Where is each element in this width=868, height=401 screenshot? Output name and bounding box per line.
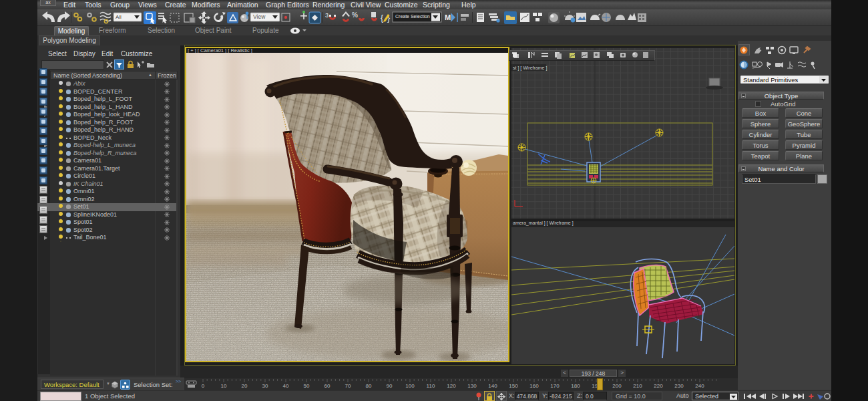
svg-text:%: %	[352, 11, 358, 19]
svg-text:View: View	[253, 13, 266, 20]
svg-text:M: M	[445, 13, 451, 21]
svg-text:3: 3	[325, 12, 329, 19]
svg-text:Create Selection S: Create Selection S	[395, 14, 435, 19]
svg-text:{: {	[381, 13, 383, 23]
svg-text:All: All	[116, 14, 122, 20]
svg-text:st ] [ Wireframe ]: st ] [ Wireframe ]	[513, 65, 547, 71]
